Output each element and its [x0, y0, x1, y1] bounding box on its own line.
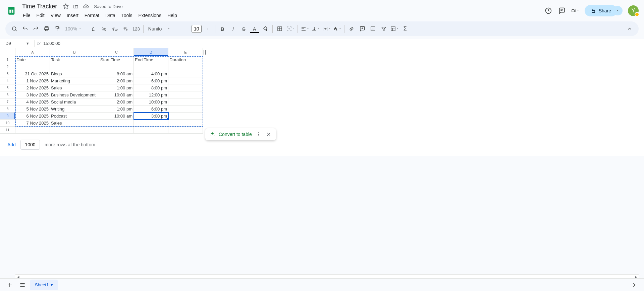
convert-to-table-button[interactable]: Convert to table: [219, 132, 252, 137]
cell[interactable]: 10:00 pm: [134, 98, 168, 105]
cell[interactable]: 10:00 am: [99, 113, 134, 120]
menu-extensions[interactable]: Extensions: [136, 11, 164, 19]
move-icon[interactable]: [72, 3, 79, 10]
cell[interactable]: End Time: [134, 56, 168, 63]
avatar[interactable]: Y: [628, 5, 639, 16]
wrap-icon[interactable]: [321, 24, 331, 34]
history-icon[interactable]: [544, 7, 552, 15]
sheet-tab[interactable]: Sheet1▾: [30, 280, 58, 290]
row-header[interactable]: 1: [0, 56, 15, 63]
cell[interactable]: [15, 63, 50, 70]
fill-color-icon[interactable]: [260, 24, 270, 34]
format-123-icon[interactable]: 123: [131, 24, 141, 34]
menu-view[interactable]: View: [48, 11, 63, 19]
percent-icon[interactable]: %: [99, 24, 109, 34]
share-dropdown[interactable]: [612, 6, 623, 15]
cell[interactable]: 3:00 pm: [134, 113, 168, 120]
col-header-A[interactable]: A: [15, 48, 50, 56]
cell[interactable]: [134, 127, 168, 134]
col-header-B[interactable]: B: [50, 48, 99, 56]
cell[interactable]: [99, 63, 134, 70]
col-header-C[interactable]: C: [99, 48, 134, 56]
col-header-D[interactable]: D: [134, 48, 168, 56]
cell[interactable]: 2 Nov 2025: [15, 84, 50, 91]
more-options-icon[interactable]: [255, 131, 262, 138]
cell[interactable]: [168, 70, 203, 77]
explore-icon[interactable]: [629, 280, 639, 290]
add-rows-input[interactable]: [20, 140, 40, 150]
cell[interactable]: [99, 127, 134, 134]
cell[interactable]: [134, 63, 168, 70]
row-header[interactable]: 10: [0, 120, 15, 127]
collapse-toolbar-icon[interactable]: [625, 24, 635, 34]
filter-icon[interactable]: [379, 24, 389, 34]
row-header[interactable]: 8: [0, 105, 15, 113]
menu-tools[interactable]: Tools: [119, 11, 135, 19]
row-header[interactable]: 5: [0, 84, 15, 91]
undo-icon[interactable]: [20, 24, 30, 34]
cell[interactable]: 6:00 pm: [134, 77, 168, 84]
horizontal-scrollbar[interactable]: ◂ ▸: [15, 274, 639, 278]
insert-chart-icon[interactable]: [368, 24, 378, 34]
italic-icon[interactable]: I: [228, 24, 238, 34]
cell[interactable]: [168, 127, 203, 134]
cell[interactable]: [168, 98, 203, 105]
all-sheets-icon[interactable]: [17, 280, 28, 290]
merge-cells-icon[interactable]: [285, 24, 296, 34]
cell[interactable]: Business Development: [50, 91, 99, 98]
close-icon[interactable]: [265, 131, 272, 138]
bold-icon[interactable]: B: [217, 24, 227, 34]
col-resize-handle[interactable]: [203, 48, 206, 56]
cell[interactable]: Writing: [50, 105, 99, 113]
valign-icon[interactable]: [311, 24, 321, 34]
cell[interactable]: [168, 84, 203, 91]
add-rows-button[interactable]: Add: [7, 142, 16, 147]
cell[interactable]: [168, 113, 203, 120]
cell[interactable]: 8:00 am: [99, 70, 134, 77]
cell[interactable]: 12:00 pm: [134, 91, 168, 98]
row-header[interactable]: 2: [0, 63, 15, 70]
comments-icon[interactable]: [558, 7, 566, 15]
cell[interactable]: [15, 127, 50, 134]
decrease-decimal-icon[interactable]: .0.00: [110, 24, 120, 34]
cell[interactable]: 4:00 pm: [134, 70, 168, 77]
row-header[interactable]: 9: [0, 113, 15, 120]
font-family-select[interactable]: Nunito: [146, 25, 176, 33]
font-size-input[interactable]: [192, 25, 202, 33]
cell[interactable]: 10:00 am: [99, 91, 134, 98]
cell[interactable]: [168, 77, 203, 84]
row-header[interactable]: 7: [0, 98, 15, 105]
cell[interactable]: Duration: [168, 56, 203, 63]
cell[interactable]: 31 Oct 2025: [15, 70, 50, 77]
cell[interactable]: [168, 91, 203, 98]
menu-data[interactable]: Data: [103, 11, 118, 19]
halign-icon[interactable]: [300, 24, 310, 34]
cell[interactable]: 5 Nov 2025: [15, 105, 50, 113]
menu-insert[interactable]: Insert: [64, 11, 81, 19]
meet-icon[interactable]: [571, 7, 579, 15]
cell[interactable]: 8:00 pm: [134, 84, 168, 91]
cell[interactable]: 2:00 pm: [99, 77, 134, 84]
insert-comment-icon[interactable]: [357, 24, 367, 34]
cell[interactable]: [168, 120, 203, 127]
cell[interactable]: 2:00 pm: [99, 98, 134, 105]
print-icon[interactable]: [42, 24, 52, 34]
strikethrough-icon[interactable]: S: [239, 24, 249, 34]
menu-format[interactable]: Format: [82, 11, 102, 19]
cell[interactable]: [168, 63, 203, 70]
cell[interactable]: [99, 120, 134, 127]
sheets-logo[interactable]: [5, 5, 17, 17]
increase-decimal-icon[interactable]: .00.0: [120, 24, 130, 34]
cell[interactable]: 1 Nov 2025: [15, 77, 50, 84]
select-all-corner[interactable]: [0, 48, 15, 56]
row-header[interactable]: 3: [0, 70, 15, 77]
name-box[interactable]: D9▾: [3, 40, 32, 47]
add-sheet-icon[interactable]: [5, 280, 15, 290]
borders-icon[interactable]: [275, 24, 285, 34]
search-icon[interactable]: [9, 24, 19, 34]
cell[interactable]: 6 Nov 2025: [15, 113, 50, 120]
cell[interactable]: 6:00 pm: [134, 105, 168, 113]
cell[interactable]: 1:00 pm: [99, 105, 134, 113]
cell[interactable]: 1:00 pm: [99, 84, 134, 91]
star-icon[interactable]: [62, 3, 69, 10]
